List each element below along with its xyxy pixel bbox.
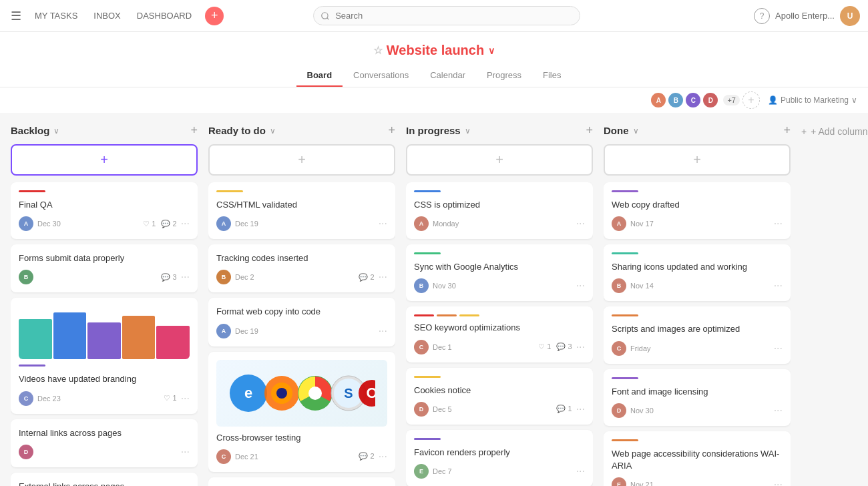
members-count-badge[interactable]: +7: [723, 95, 740, 105]
card-footer: C Dec 21 💬 2 ···: [216, 449, 387, 464]
member-avatar-1[interactable]: A: [650, 91, 667, 109]
help-button[interactable]: ?: [754, 8, 770, 24]
backlog-add-card-button[interactable]: +: [11, 144, 198, 176]
dashboard-link[interactable]: DASHBOARD: [132, 8, 197, 23]
user-avatar[interactable]: U: [840, 6, 860, 26]
done-chevron-icon[interactable]: ∨: [633, 126, 639, 136]
card-format-web[interactable]: Format web copy into code A Dec 19 ···: [208, 298, 395, 346]
card-date: Nov 14: [630, 282, 770, 290]
card-meta: ♡ 1 💬 3: [538, 342, 572, 351]
card-external-links[interactable]: External links across pages E ♡ 1 ···: [11, 473, 198, 486]
card-more-icon[interactable]: ···: [774, 479, 783, 486]
column-title-inprogress: In progress: [406, 125, 461, 136]
card-more-icon[interactable]: ···: [774, 342, 783, 354]
card-more-icon[interactable]: ···: [379, 325, 387, 337]
inprogress-cards: CSS is optimized A Monday ··· Sync with …: [406, 182, 593, 486]
card-more-icon[interactable]: ···: [774, 280, 783, 292]
card-tracking-codes[interactable]: Tracking codes inserted B Dec 2 💬 2 ···: [208, 244, 395, 292]
member-avatar-2[interactable]: B: [667, 91, 684, 109]
my-tasks-link[interactable]: MY TASKS: [29, 8, 83, 23]
search-input[interactable]: [313, 6, 580, 25]
backlog-chevron-icon[interactable]: ∨: [53, 126, 59, 136]
done-cards: Web copy drafted A Nov 17 ··· Sharing ic…: [604, 182, 791, 486]
card-css-optimized[interactable]: CSS is optimized A Monday ···: [406, 182, 593, 239]
add-member-button[interactable]: +: [742, 91, 760, 109]
card-more-icon[interactable]: ···: [576, 218, 585, 230]
member-avatar-4[interactable]: D: [702, 91, 719, 109]
priority-indicator: [612, 377, 638, 379]
card-more-icon[interactable]: ···: [181, 271, 190, 283]
add-column-button[interactable]: + + Add column: [801, 124, 868, 137]
card-css-html[interactable]: CSS/HTML validated A Dec 19 ···: [208, 182, 395, 239]
card-more-icon[interactable]: ···: [576, 280, 585, 292]
backlog-add-icon[interactable]: +: [190, 124, 198, 138]
card-more-icon[interactable]: ···: [379, 451, 387, 463]
column-title-backlog: Backlog: [11, 125, 49, 136]
add-column-icon: +: [801, 126, 807, 137]
ready-add-icon[interactable]: +: [388, 124, 395, 138]
add-project-button[interactable]: +: [205, 7, 224, 25]
card-final-qa[interactable]: Final QA A Dec 30 ♡ 1 💬 2 ···: [11, 182, 198, 239]
tab-calendar[interactable]: Calendar: [419, 65, 476, 87]
card-title: Format web copy into code: [216, 306, 387, 318]
column-header-inprogress: In progress ∨ +: [406, 124, 593, 144]
card-more-icon[interactable]: ···: [576, 403, 585, 415]
card-videos-branding[interactable]: Videos have updated branding C Dec 23 ♡ …: [11, 298, 198, 413]
done-add-icon[interactable]: +: [783, 124, 791, 138]
card-title: Web copy drafted: [612, 199, 783, 211]
priority-indicator: [216, 190, 243, 192]
card-font-licensing[interactable]: Font and image licensing D Nov 30 ···: [604, 369, 791, 426]
card-footer: D Dec 5 💬 1 ···: [414, 402, 585, 417]
done-add-card-button[interactable]: +: [604, 144, 791, 176]
card-seo-keywords[interactable]: SEO keyword optimizations C Dec 1 ♡ 1 💬 …: [406, 306, 593, 362]
card-more-icon[interactable]: ···: [774, 405, 783, 417]
card-sync-analytics[interactable]: Sync with Google Analytics B Nov 30 ···: [406, 244, 593, 301]
card-more-icon[interactable]: ···: [379, 218, 387, 230]
inprogress-add-card-button[interactable]: +: [406, 144, 593, 176]
inbox-link[interactable]: INBOX: [88, 8, 126, 23]
card-web-copy-drafted[interactable]: Web copy drafted A Nov 17 ···: [604, 182, 791, 239]
card-cookies-notice[interactable]: Cookies notice D Dec 5 💬 1 ···: [406, 368, 593, 425]
card-more-icon[interactable]: ···: [576, 341, 585, 353]
inprogress-add-icon[interactable]: +: [586, 124, 593, 138]
card-sharing-icons[interactable]: Sharing icons updated and working B Nov …: [604, 244, 791, 301]
card-more-icon[interactable]: ···: [576, 465, 585, 477]
tab-progress[interactable]: Progress: [476, 65, 532, 87]
card-meta: ♡ 1: [164, 394, 176, 403]
project-dropdown-icon[interactable]: ∨: [488, 45, 495, 56]
card-avatar: A: [216, 216, 231, 231]
card-cross-browser[interactable]: e S: [208, 352, 395, 472]
card-scripts-images[interactable]: Scripts and images are optimized C Frida…: [604, 306, 791, 363]
visibility-label[interactable]: 👤 Public to Marketing ∨: [768, 95, 857, 105]
card-footer: D ···: [19, 445, 190, 459]
tab-conversations[interactable]: Conversations: [343, 65, 419, 87]
card-date: Dec 5: [433, 405, 552, 413]
card-avatar: C: [19, 391, 33, 406]
card-comments: 💬 2: [359, 452, 374, 461]
card-more-icon[interactable]: ···: [379, 271, 387, 283]
card-more-icon[interactable]: ···: [181, 393, 190, 405]
card-date: Friday: [630, 344, 770, 352]
ready-add-card-button[interactable]: +: [208, 144, 395, 176]
tab-board[interactable]: Board: [296, 65, 343, 87]
card-favicon[interactable]: Favicon renders properly E Dec 7 ···: [406, 430, 593, 486]
members-row: A B C D +7 + 👤 Public to Marketing ∨: [0, 87, 868, 113]
card-comments: 💬 2: [161, 220, 176, 228]
card-internal-links[interactable]: Internal links across pages D ···: [11, 419, 198, 467]
card-forms-submit[interactable]: Forms submit data properly B 💬 3 ···: [11, 244, 198, 292]
ready-chevron-icon[interactable]: ∨: [270, 126, 276, 136]
member-avatar-3[interactable]: C: [684, 91, 702, 109]
card-title: External links across pages: [19, 481, 190, 486]
inprogress-chevron-icon[interactable]: ∨: [465, 126, 471, 136]
card-accessibility[interactable]: Web page accessibility considerations WA…: [604, 431, 791, 486]
tab-files[interactable]: Files: [532, 65, 572, 87]
card-mobile-friendly[interactable]: Mobile-friendly site parallels D Dec 22 …: [208, 477, 395, 486]
card-more-icon[interactable]: ···: [181, 446, 190, 458]
card-date: Dec 1: [433, 343, 534, 351]
priority-indicator: [414, 190, 441, 192]
card-more-icon[interactable]: ···: [774, 218, 783, 230]
star-icon[interactable]: ☆: [373, 44, 383, 57]
menu-icon[interactable]: ☰: [8, 6, 24, 26]
card-meta: 💬 3: [161, 273, 176, 282]
card-more-icon[interactable]: ···: [181, 218, 190, 230]
